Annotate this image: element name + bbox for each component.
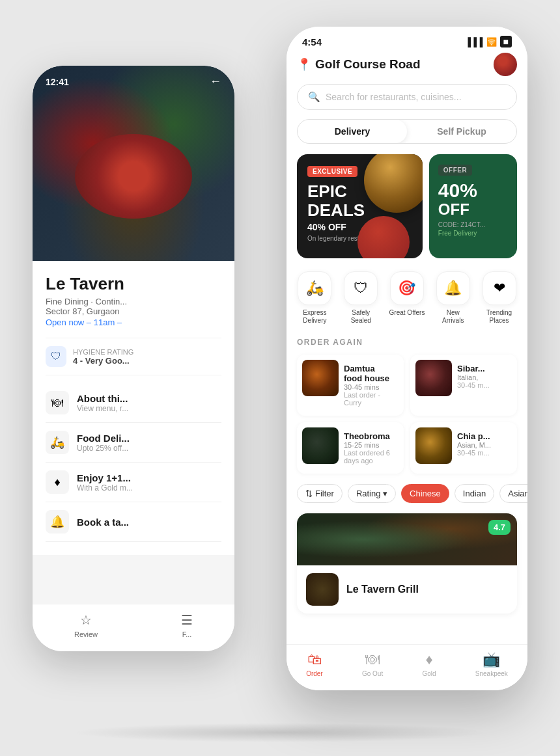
order-again-grid: Damtua food house 30-45 mins Last order … xyxy=(287,355,527,484)
nav-sneakpeek[interactable]: 📺 Sneakpeek xyxy=(475,651,508,677)
about-subtitle: View menu, r... xyxy=(77,404,128,413)
category-trending-places[interactable]: ❤ Trending Places xyxy=(481,271,517,325)
safely-sealed-label: Safely Sealed xyxy=(343,309,379,325)
front-status-bar: 4:54 ▐▐▐ 🛜 ■ xyxy=(287,27,527,47)
chia-name: Chia p... xyxy=(457,431,507,441)
review-label: Review xyxy=(74,630,98,638)
back-menu-item-0[interactable]: 🍽 About thi... View menu, r... xyxy=(46,383,221,423)
new-arrivals-label: New Arrivals xyxy=(435,309,471,325)
offer-off: OFF xyxy=(438,200,508,219)
gold-icon: ♦ xyxy=(46,470,69,494)
back-review-tab[interactable]: ☆ Review xyxy=(74,612,98,638)
restaurant-details: Le Tavern Grill xyxy=(346,584,508,595)
safely-sealed-icon: 🛡 xyxy=(344,271,378,305)
category-express-delivery[interactable]: 🛵 Express Delivery xyxy=(297,271,333,325)
rating-filter[interactable]: Rating ▾ xyxy=(348,484,396,503)
restaurant-name: Le Tavern Grill xyxy=(346,584,508,595)
sibar-info: Sibar... Italian, 30-45 m... xyxy=(457,360,512,393)
enjoy-title: Enjoy 1+1... xyxy=(77,472,133,483)
gold-nav-label: Gold xyxy=(422,670,436,677)
battery-icon: ■ xyxy=(500,36,512,47)
back-menu-item-3[interactable]: 🔔 Book a ta... xyxy=(46,502,221,542)
theobroma-info: Theobroma 15-25 mins Last ordered 6 days… xyxy=(344,427,399,468)
great-offers-label: Great Offers xyxy=(389,309,425,317)
food-delivery-title: Food Deli... xyxy=(77,433,130,444)
back-menu-item-1[interactable]: 🛵 Food Deli... Upto 25% off... xyxy=(46,423,221,463)
theobroma-last: Last ordered 6 days ago xyxy=(344,449,393,465)
hygiene-value: 4 - Very Goo... xyxy=(73,356,133,366)
new-arrivals-icon: 🔔 xyxy=(436,271,470,305)
back-other-tab[interactable]: ☰ F... xyxy=(181,612,193,638)
banner-container: EXCLUSIVE EPIC DEALS 40% OFF On legendar… xyxy=(297,154,517,258)
category-safely-sealed[interactable]: 🛡 Safely Sealed xyxy=(343,271,379,325)
shield-icon: 🛡 xyxy=(46,346,66,367)
banner-secondary[interactable]: OFFER 40% OFF CODE: Z14CT... Free Delive… xyxy=(429,154,517,258)
offer-title: 40% xyxy=(438,181,508,200)
category-new-arrivals[interactable]: 🔔 New Arrivals xyxy=(435,271,471,325)
back-arrow[interactable]: ← xyxy=(210,75,221,88)
order-item-theobroma[interactable]: Theobroma 15-25 mins Last ordered 6 days… xyxy=(297,422,404,474)
filter-row: ⇅ Filter Rating ▾ Chinese Indian Asian O… xyxy=(287,484,527,513)
nav-go-out[interactable]: 🍽 Go Out xyxy=(362,651,383,677)
express-delivery-icon: 🛵 xyxy=(298,271,331,305)
sibar-last: 30-45 m... xyxy=(457,381,507,389)
go-out-nav-label: Go Out xyxy=(362,670,383,677)
banner-primary[interactable]: EXCLUSIVE EPIC DEALS 40% OFF On legendar… xyxy=(297,154,423,258)
damtua-last: Last order - Curry xyxy=(344,391,393,407)
back-hygiene-box: 🛡 HYGIENE RATING 4 - Very Goo... xyxy=(46,338,221,375)
wifi-icon: 🛜 xyxy=(486,37,497,47)
about-icon: 🍽 xyxy=(46,391,69,414)
exclusive-tag: EXCLUSIVE xyxy=(307,166,357,177)
order-nav-icon: 🛍 xyxy=(307,651,322,668)
back-menu-item-2[interactable]: ♦ Enjoy 1+1... With a Gold m... xyxy=(46,463,221,502)
category-great-offers[interactable]: 🎯 Great Offers xyxy=(389,271,425,325)
back-restaurant-type: Fine Dining · Contin... xyxy=(46,297,221,306)
sibar-image xyxy=(415,360,452,396)
chinese-filter[interactable]: Chinese xyxy=(401,484,449,503)
location-header: 📍 Golf Course Road xyxy=(287,47,527,84)
filter-button[interactable]: ⇅ Filter xyxy=(297,484,343,503)
asian-filter[interactable]: Asian xyxy=(499,484,527,503)
trending-places-icon: ❤ xyxy=(483,271,516,305)
scene: 12:41 ← Le Tavern Fine Dining · Contin..… xyxy=(20,27,540,729)
user-avatar[interactable] xyxy=(494,53,517,76)
back-open-status: Open now – 11am – xyxy=(46,317,221,327)
front-status-time: 4:54 xyxy=(302,36,322,47)
order-item-damtua[interactable]: Damtua food house 30-45 mins Last order … xyxy=(297,355,404,416)
back-restaurant-name: Le Tavern xyxy=(46,274,221,294)
status-icons: ▐▐▐ 🛜 ■ xyxy=(465,36,512,47)
great-offers-icon: 🎯 xyxy=(390,271,424,305)
sneakpeek-nav-icon: 📺 xyxy=(483,651,500,668)
hygiene-label: HYGIENE RATING xyxy=(73,348,133,356)
search-bar[interactable]: 🔍 Search for restaurants, cuisines... xyxy=(297,84,517,110)
signal-icon: ▐▐▐ xyxy=(465,37,483,47)
delivery-icon: 🛵 xyxy=(46,431,69,454)
categories: 🛵 Express Delivery 🛡 Safely Sealed 🎯 Gre… xyxy=(287,271,527,338)
tab-self-pickup[interactable]: Self Pickup xyxy=(407,120,516,143)
back-status-time: 12:41 xyxy=(46,77,69,87)
back-restaurant-location: Sector 87, Gurgaon xyxy=(46,306,221,316)
theobroma-name: Theobroma xyxy=(344,431,393,441)
order-item-sibar[interactable]: Sibar... Italian, 30-45 m... xyxy=(410,355,517,416)
nav-order[interactable]: 🛍 Order xyxy=(306,651,323,677)
enjoy-subtitle: With a Gold m... xyxy=(77,483,133,493)
back-bottom-bar: ☆ Review ☰ F... xyxy=(33,604,234,651)
search-placeholder: Search for restaurants, cuisines... xyxy=(326,92,462,102)
screen-content: 📍 Golf Course Road 🔍 Search for restaura… xyxy=(287,47,527,659)
chia-info: Chia p... Asian, M... 30-45 m... xyxy=(457,427,512,461)
indian-filter[interactable]: Indian xyxy=(455,484,494,503)
restaurant-banner-image: 4.7 xyxy=(297,513,517,565)
tab-delivery[interactable]: Delivery xyxy=(298,120,407,143)
trending-places-label: Trending Places xyxy=(481,309,517,325)
search-icon: 🔍 xyxy=(308,91,320,103)
chia-last: 30-45 m... xyxy=(457,449,507,457)
sibar-name: Sibar... xyxy=(457,364,507,373)
food-delivery-subtitle: Upto 25% off... xyxy=(77,444,130,453)
nav-gold[interactable]: ♦ Gold xyxy=(422,651,436,677)
damtua-info: Damtua food house 30-45 mins Last order … xyxy=(344,360,399,411)
express-delivery-label: Express Delivery xyxy=(297,309,333,325)
other-label: F... xyxy=(182,630,192,638)
sibar-time: Italian, xyxy=(457,373,507,381)
order-item-chia[interactable]: Chia p... Asian, M... 30-45 m... xyxy=(410,422,517,474)
restaurant-card-le-tavern[interactable]: 4.7 Le Tavern Grill xyxy=(297,513,517,614)
